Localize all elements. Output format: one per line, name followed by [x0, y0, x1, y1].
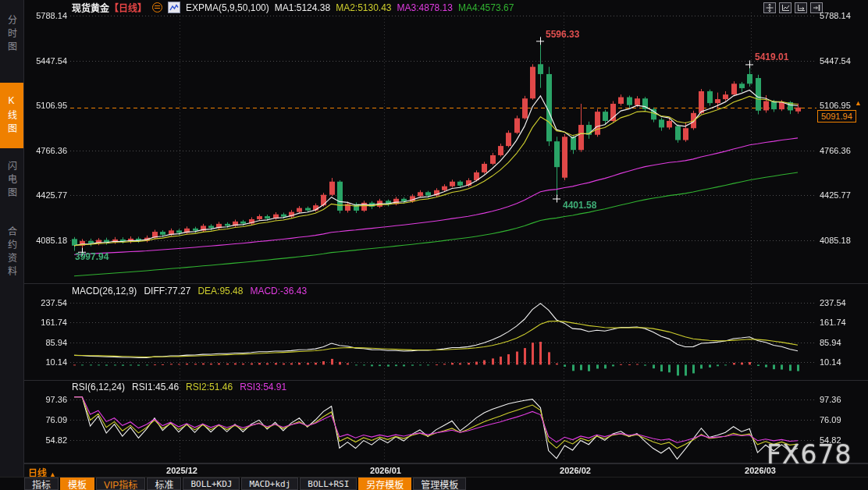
chart-header: 现货黄金【日线】 EXPMA(5,9,50,100) MA1:5124.38 M… — [72, 2, 514, 13]
macd-axis-label: 85.94 — [820, 337, 841, 348]
macd-title: MACD(26,12,9) — [72, 286, 137, 296]
macd-dea-value: DEA:95.48 — [197, 286, 243, 296]
macd-axis-label: 85.94 — [23, 337, 67, 348]
macd-axis-label: 161.74 — [820, 317, 846, 328]
mini-chart-icon[interactable] — [168, 2, 180, 13]
price-axis-label: 5788.14 — [23, 10, 67, 21]
x-axis-date-label: 2026/01 — [370, 466, 401, 475]
price-axis-label: 4425.77 — [820, 190, 851, 201]
tab-standard[interactable]: 标准 — [147, 478, 181, 490]
price-axis-label: 4425.77 — [23, 190, 67, 201]
price-axis-label: 5788.14 — [820, 10, 851, 21]
rsi2-value: RSI2:51.46 — [186, 382, 233, 392]
rsi-axis-label: 76.09 — [820, 414, 841, 425]
macd-diff-value: DIFF:77.27 — [144, 286, 190, 296]
macd-macd-value: MACD:-36.43 — [250, 286, 307, 296]
symbol-name: 现货黄金 — [72, 3, 109, 14]
tab-save-template[interactable]: 另存模板 — [358, 478, 411, 490]
rsi-axis-label: 97.36 — [23, 394, 67, 405]
low-annotation-4401: 4401.58 — [563, 200, 596, 211]
ma4-value: MA4:4573.67 — [458, 2, 514, 13]
macd-axis-label: 237.54 — [23, 297, 67, 308]
macd-panel-header: MACD(26,12,9) DIFF:77.27 DEA:95.48 MACD:… — [72, 286, 307, 296]
sidebar-item-contract-info[interactable]: 合约资料 — [0, 214, 23, 292]
rsi-axis-label: 54.82 — [23, 435, 67, 446]
macd-axis-label: 237.54 — [820, 297, 846, 308]
left-sidebar: 分时图 K线图 闪电图 合约资料 — [0, 0, 24, 490]
footer-tab-bar: 指标 模板 VIP指标 标准 BOLL+KDJ MACD+kdj BOLL+RS… — [0, 477, 868, 490]
high-annotation-5419: 5419.01 — [755, 51, 788, 62]
macd-axis-label: 10.14 — [23, 357, 67, 368]
tab-templates[interactable]: 模板 — [60, 478, 94, 490]
symbol-title: 现货黄金【日线】 — [72, 1, 147, 14]
period-tag: 【日线】 — [109, 3, 147, 14]
tab-manage-template[interactable]: 管理模板 — [413, 478, 466, 490]
tab-boll-kdj[interactable]: BOLL+KDJ — [183, 478, 240, 490]
axis-zoom-icon[interactable] — [779, 2, 792, 13]
high-annotation-5596: 5596.33 — [546, 29, 579, 40]
ma1-value: MA1:5124.38 — [275, 2, 330, 13]
current-price-badge: 5091.94 — [817, 110, 856, 123]
chart-canvas[interactable] — [0, 0, 868, 490]
x-axis-date-label: 2025/12 — [166, 466, 197, 475]
price-axis-label: 4085.18 — [23, 235, 67, 246]
macd-axis-label: 10.14 — [820, 357, 841, 368]
low-annotation-3997: 3997.94 — [75, 251, 108, 262]
price-axis-label: 4766.36 — [820, 145, 851, 156]
rsi-axis-label: 97.36 — [820, 394, 841, 405]
rsi-title: RSI(6,12,24) — [72, 382, 125, 392]
sidebar-item-kline-chart[interactable]: K线图 — [0, 83, 23, 148]
price-axis-label: 5447.54 — [820, 55, 851, 66]
rsi-panel-header: RSI(6,12,24) RSI1:45.46 RSI2:51.46 RSI3:… — [72, 382, 286, 392]
price-axis-label: 5447.54 — [23, 55, 67, 66]
tab-vip-indicators[interactable]: VIP指标 — [96, 478, 145, 490]
sidebar-item-time-chart[interactable]: 分时图 — [0, 4, 23, 65]
trading-app-window: 分时图 K线图 闪电图 合约资料 现货黄金【日线】 EXPMA(5,9,50,1… — [0, 0, 868, 490]
latest-price-arrow-icon[interactable]: ▲ — [855, 99, 862, 107]
macd-axis-label: 161.74 — [23, 317, 67, 328]
ma2-value: MA2:5130.43 — [336, 2, 391, 13]
tab-indicators[interactable]: 指标 — [24, 478, 59, 490]
tab-boll-rsi[interactable]: BOLL+RSI — [300, 478, 357, 490]
x-axis-date-label: 2026/02 — [560, 466, 591, 475]
axis-pan-icon[interactable] — [795, 2, 807, 13]
chart-toolbar — [763, 2, 823, 13]
indicator-label: EXPMA(5,9,50,100) — [186, 2, 269, 13]
tab-macd-kdj[interactable]: MACD+kdj — [241, 478, 298, 490]
x-axis-row: 日线▲ 2025/122026/012026/022026/03 — [0, 463, 868, 478]
rsi3-value: RSI3:54.91 — [240, 382, 286, 392]
sidebar-item-lightning-chart[interactable]: 闪电图 — [0, 151, 23, 210]
fx678-watermark: FX678 — [767, 439, 852, 470]
rsi1-value: RSI1:45.46 — [132, 382, 179, 392]
price-axis-label: 5106.95 — [23, 100, 67, 111]
move-icon[interactable] — [763, 2, 776, 13]
settings-circle-icon[interactable] — [152, 2, 162, 12]
ma3-value: MA3:4878.13 — [397, 2, 453, 13]
price-axis-label: 4085.18 — [820, 235, 851, 246]
price-axis-label: 4766.36 — [23, 145, 67, 156]
rsi-axis-label: 76.09 — [23, 414, 67, 425]
